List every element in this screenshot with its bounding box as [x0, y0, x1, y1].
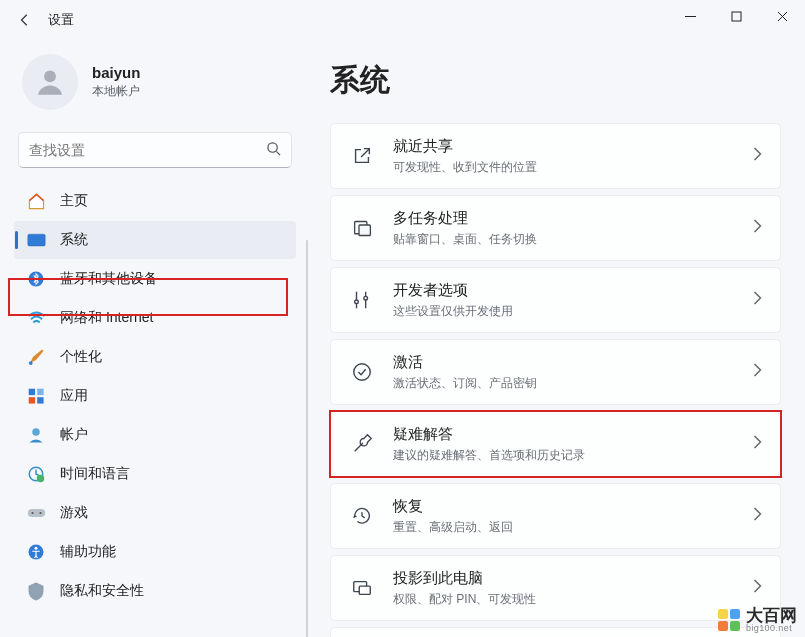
sidebar-scrollbar[interactable] [306, 240, 308, 637]
nav-label: 网络和 Internet [60, 309, 153, 327]
avatar [22, 54, 78, 110]
chevron-right-icon [753, 219, 762, 237]
recovery-icon [349, 503, 375, 529]
nav-gaming[interactable]: 游戏 [14, 494, 296, 532]
nav-label: 时间和语言 [60, 465, 130, 483]
setting-sub: 可发现性、收到文件的位置 [393, 159, 753, 176]
chevron-right-icon [753, 363, 762, 381]
setting-title: 就近共享 [393, 137, 753, 156]
search-input[interactable] [29, 142, 266, 158]
minimize-button[interactable] [667, 0, 713, 32]
nav-network[interactable]: 网络和 Internet [14, 299, 296, 337]
nav-label: 帐户 [60, 426, 88, 444]
setting-sub: 权限、配对 PIN、可发现性 [393, 591, 753, 608]
nav-label: 隐私和安全性 [60, 582, 144, 600]
nav-label: 游戏 [60, 504, 88, 522]
nav-label: 个性化 [60, 348, 102, 366]
chevron-right-icon [753, 147, 762, 165]
back-button[interactable] [8, 3, 42, 37]
setting-title: 激活 [393, 353, 753, 372]
nav-bluetooth[interactable]: 蓝牙和其他设备 [14, 260, 296, 298]
setting-title: 多任务处理 [393, 209, 753, 228]
setting-title: 开发者选项 [393, 281, 753, 300]
bluetooth-icon [26, 269, 46, 289]
gaming-icon [26, 503, 46, 523]
svg-point-20 [355, 300, 359, 304]
check-circle-icon [349, 359, 375, 385]
nav-accounts[interactable]: 帐户 [14, 416, 296, 454]
nav-label: 辅助功能 [60, 543, 116, 561]
sidebar: baiyun 本地帐户 主页 [0, 40, 310, 637]
svg-point-5 [29, 361, 33, 365]
setting-sub: 建议的疑难解答、首选项和历史记录 [393, 447, 753, 464]
setting-sub: 贴靠窗口、桌面、任务切换 [393, 231, 753, 248]
system-icon [26, 230, 46, 250]
setting-title: 疑难解答 [393, 425, 753, 444]
nav-privacy[interactable]: 隐私和安全性 [14, 572, 296, 610]
nav-label: 蓝牙和其他设备 [60, 270, 158, 288]
setting-title: 恢复 [393, 497, 753, 516]
chevron-right-icon [753, 435, 762, 453]
watermark-logo [718, 609, 740, 631]
share-icon [349, 143, 375, 169]
nav-label: 系统 [60, 231, 88, 249]
search-box[interactable] [18, 132, 292, 168]
nav-accessibility[interactable]: 辅助功能 [14, 533, 296, 571]
svg-point-22 [354, 364, 371, 381]
accessibility-icon [26, 542, 46, 562]
setting-nearby-share[interactable]: 就近共享 可发现性、收到文件的位置 [330, 123, 781, 189]
search-icon [266, 141, 281, 160]
svg-rect-6 [28, 388, 34, 394]
wrench-icon [349, 431, 375, 457]
svg-point-10 [32, 428, 40, 436]
user-name: baiyun [92, 64, 140, 81]
svg-rect-3 [27, 234, 44, 246]
setting-sub: 激活状态、订阅、产品密钥 [393, 375, 753, 392]
setting-recovery[interactable]: 恢复 重置、高级启动、返回 [330, 483, 781, 549]
setting-troubleshoot[interactable]: 疑难解答 建议的疑难解答、首选项和历史记录 [330, 411, 781, 477]
page-title: 系统 [330, 60, 781, 101]
chevron-right-icon [753, 291, 762, 309]
user-block[interactable]: baiyun 本地帐户 [10, 48, 300, 128]
nav-system[interactable]: 系统 [14, 221, 296, 259]
svg-point-1 [44, 70, 56, 82]
nav-time-lang[interactable]: 时间和语言 [14, 455, 296, 493]
nav-apps[interactable]: 应用 [14, 377, 296, 415]
maximize-button[interactable] [713, 0, 759, 32]
svg-rect-13 [27, 509, 44, 517]
setting-project[interactable]: 投影到此电脑 权限、配对 PIN、可发现性 [330, 555, 781, 621]
close-button[interactable] [759, 0, 805, 32]
svg-point-17 [35, 547, 38, 550]
shield-icon [26, 581, 46, 601]
svg-point-15 [39, 512, 41, 514]
account-icon [26, 425, 46, 445]
clock-globe-icon [26, 464, 46, 484]
settings-list: 就近共享 可发现性、收到文件的位置 多任务处理 贴靠窗口、桌面、任务切换 [330, 123, 781, 637]
main-panel: 系统 就近共享 可发现性、收到文件的位置 [310, 40, 805, 637]
nav-home[interactable]: 主页 [14, 182, 296, 220]
setting-multitask[interactable]: 多任务处理 贴靠窗口、桌面、任务切换 [330, 195, 781, 261]
setting-developers[interactable]: 开发者选项 这些设置仅供开发使用 [330, 267, 781, 333]
svg-rect-24 [359, 586, 370, 594]
user-sub: 本地帐户 [92, 83, 140, 100]
svg-rect-19 [359, 225, 370, 236]
setting-sub: 这些设置仅供开发使用 [393, 303, 753, 320]
svg-rect-9 [37, 397, 43, 403]
setting-remote-desktop[interactable]: 远程桌面 [330, 627, 781, 637]
svg-point-14 [31, 512, 33, 514]
titlebar: 设置 [0, 0, 805, 40]
chevron-right-icon [753, 507, 762, 525]
nav-label: 主页 [60, 192, 88, 210]
nav-label: 应用 [60, 387, 88, 405]
project-icon [349, 575, 375, 601]
setting-title: 投影到此电脑 [393, 569, 753, 588]
setting-activation[interactable]: 激活 激活状态、订阅、产品密钥 [330, 339, 781, 405]
tools-icon [349, 287, 375, 313]
brush-icon [26, 347, 46, 367]
window-title: 设置 [48, 11, 74, 29]
home-icon [26, 191, 46, 211]
watermark: 大百网 big100.net [718, 607, 797, 633]
network-icon [26, 308, 46, 328]
nav-personalize[interactable]: 个性化 [14, 338, 296, 376]
chevron-right-icon [753, 579, 762, 597]
